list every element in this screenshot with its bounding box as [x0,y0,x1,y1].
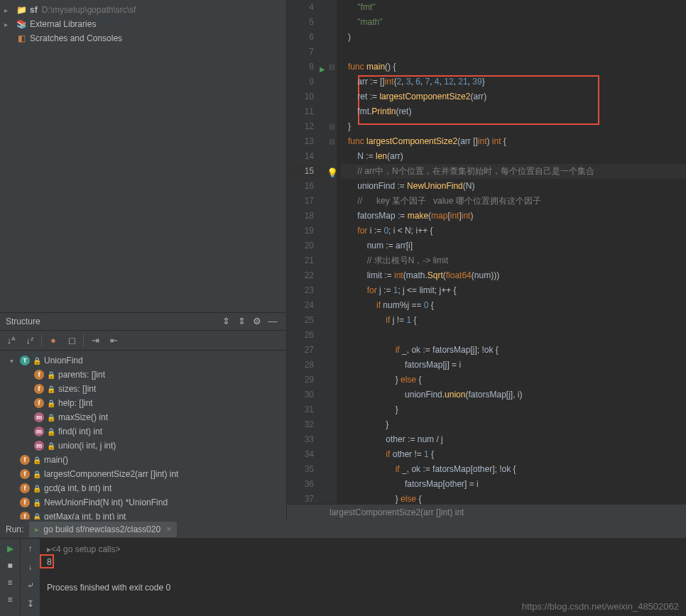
structure-item[interactable]: f🔒parents: []int [0,368,286,382]
structure-item[interactable]: f🔒sizes: []int [0,382,286,396]
rerun-icon[interactable]: ▶ [3,541,17,556]
watermark: https://blog.csdn.net/weixin_48502062 [522,601,679,612]
collapse-all-icon[interactable]: ⇕ [234,314,249,329]
structure-toolbar: ↓ᴬ ↓ᶻ ● ◻ ⇥ ⇤ [0,331,286,351]
gear-icon[interactable]: ⚙ [249,314,265,329]
main-area: ▸ 📁 sf D:\mysetup\gopath\src\sf ▸ 📚 Exte… [0,0,686,519]
scratches[interactable]: ◧ Scratches and Consoles [0,31,286,45]
show-non-public-icon[interactable]: ◻ [65,334,79,348]
run-sidebar-1: ▶ ■ ≡ ≡ [0,539,20,616]
stop-icon[interactable]: ■ [3,559,17,573]
scroll-end-icon[interactable]: ↧ [23,597,38,611]
structure-item[interactable]: f🔒NewUnionFind(N int) *UnionFind [0,495,286,510]
run-label: Run: [6,524,23,534]
folder-icon: 📁 [16,5,27,15]
expand-all-icon[interactable]: ⇕ [218,314,234,329]
ext-libs-label: External Libraries [30,19,96,29]
sort-alpha-icon[interactable]: ↓ᴬ [4,334,18,348]
editor-pane: 45678▶9101112131415💡16171819202122232425… [287,0,686,519]
settings-icon[interactable]: ≡ [3,593,17,607]
structure-body[interactable]: ▾T🔒UnionFindf🔒parents: []intf🔒sizes: []i… [0,351,286,519]
show-fields-icon[interactable]: ● [46,334,60,348]
soft-wrap-icon[interactable]: ⤶ [23,578,38,593]
structure-item[interactable]: f🔒largestComponentSize2(arr []int) int [0,467,286,481]
breadcrumb[interactable]: largestComponentSize2(arr []int) int [287,504,686,519]
left-column: ▸ 📁 sf D:\mysetup\gopath\src\sf ▸ 📚 Exte… [0,0,287,519]
structure-item[interactable]: f🔒getMax(a int, b int) int [0,510,286,519]
layout-icon[interactable]: ≡ [3,576,17,590]
breadcrumb-text: largestComponentSize2(arr []int) int [330,507,464,517]
run-tab[interactable]: ▸ go build sf/newclass2/class020 × [29,522,177,537]
autoscroll-from-icon[interactable]: ⇤ [107,334,121,348]
external-libraries[interactable]: ▸ 📚 External Libraries [0,17,286,31]
structure-item[interactable]: f🔒help: []int [0,396,286,410]
structure-item[interactable]: m🔒maxSize() int [0,410,286,424]
project-root[interactable]: ▸ 📁 sf D:\mysetup\gopath\src\sf [0,3,286,17]
code-content[interactable]: "fmt" "math" ) func main() { arr := []in… [337,0,686,504]
scratches-label: Scratches and Consoles [30,33,122,43]
code-area[interactable]: 45678▶9101112131415💡16171819202122232425… [287,0,686,504]
project-root-label: sf [30,5,38,15]
structure-title: Structure [6,317,218,326]
structure-item[interactable]: m🔒find(i int) int [0,424,286,439]
gutter[interactable]: 45678▶9101112131415💡16171819202122232425… [287,0,327,504]
fold-column[interactable]: ⊟⊟⊟ [327,0,337,504]
project-tree[interactable]: ▸ 📁 sf D:\mysetup\gopath\src\sf ▸ 📚 Exte… [0,0,286,312]
run-tabs: Run: ▸ go build sf/newclass2/class020 × [0,520,686,539]
minimize-icon[interactable]: — [265,314,281,329]
down-icon[interactable]: ↓ [23,560,38,574]
scratches-icon: ◧ [16,33,27,43]
structure-item[interactable]: m🔒union(i int, j int) [0,439,286,453]
run-sidebar-2: ↑ ↓ ⤶ ↧ [20,539,40,616]
chevron-right-icon[interactable]: ▸ [4,21,16,28]
run-tab-label: go build sf/newclass2/class020 [43,524,160,534]
close-icon[interactable]: × [166,524,171,534]
structure-item[interactable]: f🔒gcd(a int, b int) int [0,481,286,495]
go-icon: ▸ [35,524,39,534]
up-icon[interactable]: ↑ [23,541,38,556]
project-root-path: D:\mysetup\gopath\src\sf [42,5,136,15]
autoscroll-to-icon[interactable]: ⇥ [88,334,102,348]
structure-header: Structure ⇕ ⇕ ⚙ — [0,312,286,331]
library-icon: 📚 [16,19,27,29]
sort-visibility-icon[interactable]: ↓ᶻ [23,334,37,348]
chevron-right-icon[interactable]: ▸ [4,6,16,14]
structure-item[interactable]: ▾T🔒UnionFind [0,353,286,368]
structure-item[interactable]: f🔒main() [0,453,286,467]
